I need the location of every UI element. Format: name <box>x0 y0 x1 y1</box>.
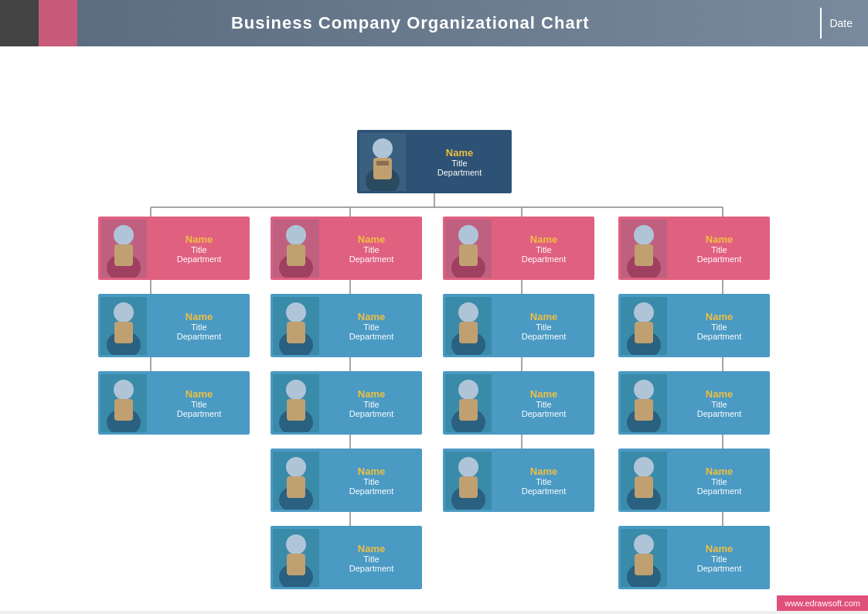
l2c3r3-title: Title <box>499 477 588 486</box>
svg-point-78 <box>634 302 654 322</box>
l1-col2: Name Title Department <box>271 217 422 280</box>
l2c3r1-avatar <box>443 295 493 356</box>
l2c1r2-avatar <box>98 372 148 434</box>
l2c2r2-info: Name Title Department <box>321 384 422 422</box>
l2c3r2-dept: Department <box>499 409 588 418</box>
l2-c4-r3: Name Title Department <box>618 449 770 512</box>
svg-rect-28 <box>114 244 133 266</box>
l2c2r3-title: Title <box>327 477 416 486</box>
l2c4r2-dept: Department <box>675 409 764 418</box>
l2c2r4-avatar <box>271 527 321 588</box>
l2-c2-r1: Name Title Department <box>271 294 422 357</box>
footer: www.edrawsoft.com <box>777 595 868 611</box>
header-logo-dark <box>0 0 39 46</box>
l2c1r1-info: Name Title Department <box>148 307 250 345</box>
l2c1r2-title: Title <box>155 400 243 409</box>
l1c1-dept: Department <box>155 254 243 264</box>
l2c3r3-avatar <box>443 449 493 511</box>
l2c4r1-title: Title <box>675 322 764 332</box>
l2c3r3-name: Name <box>499 466 588 477</box>
svg-point-34 <box>458 225 478 245</box>
l1c3-dept: Department <box>499 254 588 264</box>
l2c2r1-dept: Department <box>327 332 416 341</box>
svg-rect-32 <box>287 244 305 266</box>
l2c3r3-dept: Department <box>499 486 588 496</box>
l1c4-avatar <box>618 217 669 279</box>
l2c4r4-name: Name <box>675 543 764 554</box>
l1c3-avatar <box>443 217 493 279</box>
l2c4r4-title: Title <box>675 554 764 564</box>
svg-point-46 <box>114 380 134 400</box>
svg-rect-56 <box>287 399 305 421</box>
l1c4-name: Name <box>675 234 764 245</box>
svg-rect-84 <box>635 399 653 421</box>
l2c2r3-dept: Department <box>327 486 416 496</box>
svg-rect-92 <box>635 554 653 575</box>
svg-rect-44 <box>114 322 133 343</box>
l2-c2-r2: Name Title Department <box>271 371 422 435</box>
l2-c3-r2: Name Title Department <box>443 371 594 435</box>
l1-col4: Name Title Department <box>618 217 770 280</box>
svg-point-50 <box>286 302 306 322</box>
l2c2r3-info: Name Title Department <box>321 462 422 500</box>
svg-rect-80 <box>635 322 653 343</box>
l2c1r2-info: Name Title Department <box>148 384 250 422</box>
svg-point-30 <box>286 225 306 245</box>
l2c2r2-dept: Department <box>327 409 416 418</box>
l2c3r2-avatar <box>443 372 493 434</box>
svg-point-54 <box>286 380 306 400</box>
l2c4r1-info: Name Title Department <box>669 307 770 345</box>
l2-c4-r1: Name Title Department <box>618 294 770 357</box>
l2c3r1-name: Name <box>499 311 588 322</box>
l2c4r3-dept: Department <box>675 486 764 496</box>
top-avatar <box>357 131 407 193</box>
l2c4r3-name: Name <box>675 466 764 477</box>
l2c3r3-info: Name Title Department <box>493 462 594 500</box>
l1c1-info: Name Title Department <box>148 230 250 268</box>
l2-c2-r3: Name Title Department <box>271 449 422 512</box>
svg-point-26 <box>114 225 134 245</box>
svg-point-21 <box>373 138 393 159</box>
l2c2r4-title: Title <box>327 554 416 564</box>
l2-c3-r1: Name Title Department <box>443 294 594 357</box>
l1c2-name: Name <box>327 234 416 245</box>
header-divider <box>820 8 822 39</box>
svg-rect-60 <box>287 476 305 498</box>
l1c2-avatar <box>271 217 321 279</box>
l2c2r2-name: Name <box>327 388 416 400</box>
l2c2r4-dept: Department <box>327 564 416 573</box>
top-dept: Department <box>414 168 505 177</box>
l1c3-name: Name <box>499 234 588 245</box>
l2c4r4-dept: Department <box>675 564 764 573</box>
top-title: Title <box>414 159 505 168</box>
l2c3r1-info: Name Title Department <box>493 307 594 345</box>
l2c3r1-title: Title <box>499 322 588 332</box>
svg-point-38 <box>634 225 654 245</box>
l2-c3-r3: Name Title Department <box>443 449 594 512</box>
l1c2-dept: Department <box>327 254 416 264</box>
l2c1r2-name: Name <box>155 388 243 400</box>
l2c2r4-name: Name <box>327 543 416 554</box>
l2-c1-r2: Name Title Department <box>98 371 250 435</box>
svg-rect-88 <box>635 476 653 498</box>
svg-point-42 <box>114 302 134 322</box>
svg-point-90 <box>634 534 654 554</box>
l2c4r2-avatar <box>618 372 669 434</box>
l1c1-title: Title <box>155 245 243 254</box>
l2c4r3-info: Name Title Department <box>669 462 770 500</box>
l2c1r1-title: Title <box>155 322 243 332</box>
l1c3-title: Title <box>499 245 588 254</box>
header: Business Company Organizational Chart Da… <box>0 0 868 46</box>
l2c4r3-avatar <box>618 449 669 511</box>
svg-point-70 <box>458 380 478 400</box>
l2c1r2-dept: Department <box>155 409 243 418</box>
l2c2r4-info: Name Title Department <box>321 539 422 577</box>
l2-c2-r4: Name Title Department <box>271 526 422 589</box>
svg-rect-36 <box>459 244 478 266</box>
l2c3r2-title: Title <box>499 400 588 409</box>
chart-container: Name Title Department Name Title Departm… <box>0 46 868 611</box>
l2c4r1-name: Name <box>675 311 764 322</box>
l2c2r1-avatar <box>271 295 321 356</box>
svg-rect-64 <box>287 554 305 575</box>
svg-rect-52 <box>287 322 305 343</box>
